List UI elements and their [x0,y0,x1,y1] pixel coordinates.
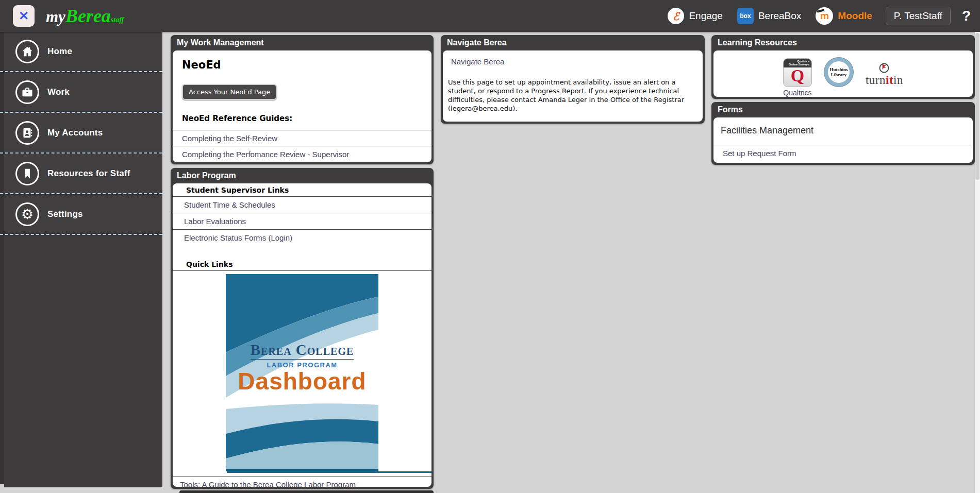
card-body: QualtricsOnline Surveys Q Qualtrics Hutc… [713,50,973,97]
help-icon[interactable]: ? [962,8,971,24]
neoed-heading: NeoEd [182,59,431,71]
link-labor-evaluations[interactable]: Labor Evaluations [173,213,431,230]
top-header: ✕ myBereastaff ℰ Engage box BereaBox m M… [0,0,980,32]
access-neoed-button[interactable]: Access Your NeoEd Page [182,84,277,100]
card-body: Student Supervisor Links Student Time & … [173,183,431,487]
card-forms: Forms Facilities Management Set up Reque… [711,102,975,165]
facilities-management-heading: Facilities Management [721,125,973,136]
close-icon: ✕ [19,10,29,22]
navigate-berea-description: Use this page to set up appointment avai… [448,78,696,113]
card-title: Forms [711,102,975,117]
turnitin-wordmark: turnitin [866,74,903,87]
moodle-icon: m [816,7,833,25]
sidebar-item-settings[interactable]: ⚙ Settings [4,195,162,233]
sidebar-divider [0,234,162,235]
moodle-link[interactable]: m Moodle [816,7,872,25]
menu-close-button[interactable]: ✕ [13,5,35,27]
sidebar-item-label: Settings [47,209,83,219]
sidebar-item-resources[interactable]: Resources for Staff [4,154,162,193]
qualtrics-caption: Qualtrics [783,89,811,97]
card-body: Facilities Management Set up Request For… [713,117,973,163]
card-title: Navigate Berea [441,35,705,50]
dashboard-image-text: Berea College LABOR PROGRAM Dashboard [226,343,378,394]
contact-book-icon [15,121,39,145]
labor-dashboard-image[interactable]: Berea College LABOR PROGRAM Dashboard [226,274,378,471]
gear-icon: ⚙ [15,202,39,226]
moodle-label: Moodle [838,10,872,22]
turnitin-icon [877,61,891,74]
logo-suffix: staff [111,16,124,24]
card-title: Learning Resources [711,35,975,50]
sidebar-item-label: Work [47,87,70,97]
sidebar-divider [0,193,162,194]
bookmark-icon [15,162,39,185]
wordmark-divider [251,359,354,360]
neoed-guides-label: NeoEd Reference Guides: [182,114,431,123]
logo-my: my [46,8,65,26]
qualtrics-link[interactable]: QualtricsOnline Surveys Q Qualtrics [783,58,812,97]
cutoff-card-stub [179,490,434,493]
link-student-time-schedules[interactable]: Student Time & Schedules [173,197,431,213]
scrollbar-thumb[interactable] [975,33,979,180]
sidebar-divider [0,71,162,72]
card-title: My Work Management [171,35,434,50]
sidebar-item-label: My Accounts [47,128,103,138]
sidebar-item-work[interactable]: Work [4,73,162,111]
sidebar-divider [0,112,162,113]
bereabox-icon: box [737,8,754,24]
link-completing-self-review[interactable]: Completing the Self-Review [173,130,431,146]
engage-link[interactable]: ℰ Engage [668,8,723,24]
hutchins-library-logo[interactable]: Hutchins Library [824,58,853,87]
bereabox-link[interactable]: box BereaBox [737,8,801,24]
dashboard-title: Dashboard [226,369,378,394]
qualtrics-logo: QualtricsOnline Surveys Q [783,58,812,87]
card-navigate-berea: Navigate Berea Navigate Berea Use this p… [441,35,705,124]
turnitin-logo[interactable]: turnitin [866,61,903,87]
student-supervisor-links-heading: Student Supervisor Links [173,183,431,197]
sidebar-item-label: Resources for Staff [47,168,130,179]
bereabox-label: BereaBox [758,10,801,22]
card-body: Navigate Berea Use this page to set up a… [443,50,703,122]
sidebar: Home Work My Accounts Resources for Staf… [0,32,162,484]
navigate-berea-link[interactable]: Navigate Berea [451,57,703,66]
link-electronic-status-forms[interactable]: Electronic Status Forms (Login) [173,230,431,246]
card-my-work-management: My Work Management NeoEd Access Your Neo… [171,35,434,164]
briefcase-icon [15,80,39,104]
card-body: NeoEd Access Your NeoEd Page NeoEd Refer… [173,50,431,162]
user-button[interactable]: P. TestStaff [886,7,951,25]
home-icon [15,40,39,63]
engage-icon: ℰ [668,8,684,24]
card-learning-resources: Learning Resources QualtricsOnline Surve… [711,35,975,99]
topbar-links: ℰ Engage box BereaBox m Moodle P. TestSt… [653,7,971,25]
dashboard-image-rule [227,471,431,473]
card-labor-program: Labor Program Student Supervisor Links S… [171,168,434,489]
card-title: Labor Program [171,168,434,183]
sidebar-divider [0,152,162,154]
vertical-scrollbar[interactable] [975,32,980,493]
link-setup-request-form[interactable]: Set up Request Form [713,145,973,161]
quick-links-heading: Quick Links [173,258,431,271]
engage-label: Engage [689,10,723,22]
sidebar-item-label: Home [47,46,72,57]
sidebar-item-my-accounts[interactable]: My Accounts [4,113,162,152]
sidebar-empty-area [4,235,162,487]
sidebar-item-home[interactable]: Home [4,32,162,71]
logo-berea: Berea [65,5,111,27]
link-labor-program-guide[interactable]: Tools: A Guide to the Berea College Labo… [173,477,431,487]
berea-college-wordmark: Berea College [226,343,378,358]
link-completing-performance-review[interactable]: Completing the Perfomance Review - Super… [173,146,431,162]
myberea-logo[interactable]: myBereastaff [46,5,124,27]
